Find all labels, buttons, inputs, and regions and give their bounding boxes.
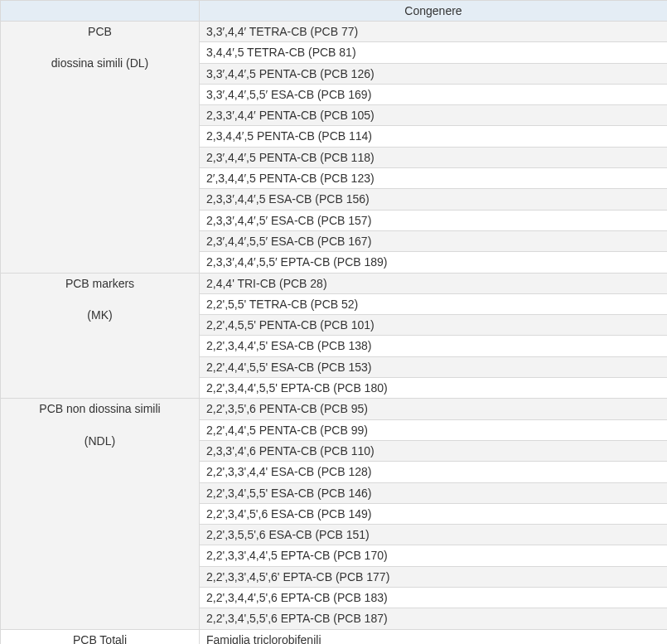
congener-cell: 2,3′,4,4′,5 PENTA-CB (PCB 118) xyxy=(200,147,668,167)
category-label-line1: PCB Totali xyxy=(7,632,192,644)
category-label-line2: diossina simili (DL) xyxy=(7,55,192,71)
congener-cell: 3,3′,4,4′ TETRA-CB (PCB 77) xyxy=(200,22,668,42)
table-row: PCBdiossina simili (DL)3,3′,4,4′ TETRA-C… xyxy=(1,22,668,42)
pcb-table: Congenere PCBdiossina simili (DL)3,3′,4,… xyxy=(0,0,667,644)
congener-cell: 2,2',3,5,5',6 ESA-CB (PCB 151) xyxy=(200,525,668,545)
congener-cell: 2,2',3,5',6 PENTA-CB (PCB 95) xyxy=(200,399,668,419)
congener-cell: 2,2',3,4,4',5' ESA-CB (PCB 138) xyxy=(200,336,668,356)
congener-cell: 2,2',3,4',5,5' ESA-CB (PCB 146) xyxy=(200,482,668,503)
category-label-line2: (NDL) xyxy=(7,433,192,449)
congener-cell: 2,3,3′,4,4′ PENTA-CB (PCB 105) xyxy=(200,105,668,126)
category-cell: PCB Totali xyxy=(1,629,200,644)
congener-cell: 2,3,3′,4,4′,5′ ESA-CB (PCB 157) xyxy=(200,210,668,230)
category-cell: PCB non diossina simili(NDL) xyxy=(1,399,200,629)
congener-cell: 2,2',3,4',5,5',6 EPTA-CB (PCB 187) xyxy=(200,608,668,629)
congener-cell: 2,2',4,4',5 PENTA-CB (PCB 99) xyxy=(200,419,668,440)
table-row: PCB markers(MK)2,4,4' TRI-CB (PCB 28) xyxy=(1,273,668,293)
congener-cell: 2,2',5,5' TETRA-CB (PCB 52) xyxy=(200,293,668,314)
category-label-line1: PCB markers xyxy=(7,275,192,292)
category-label-line2: (MK) xyxy=(7,307,192,323)
congener-cell: 3,3′,4,4′,5 PENTA-CB (PCB 126) xyxy=(200,63,668,84)
category-label-line1: PCB xyxy=(7,23,192,40)
congener-cell: 2,2',4,4',5,5' ESA-CB (PCB 153) xyxy=(200,356,668,377)
congener-cell: 2,2',3,3',4,5',6' EPTA-CB (PCB 177) xyxy=(200,566,668,587)
congener-cell: 2′,3,4,4′,5 PENTA-CB (PCB 123) xyxy=(200,168,668,189)
congener-cell: 2,3,3′,4,4′,5 ESA-CB (PCB 156) xyxy=(200,189,668,210)
congener-cell: 2,2',3,3',4,4' ESA-CB (PCB 128) xyxy=(200,462,668,482)
congener-cell: Famiglia triclorobifenili xyxy=(200,629,668,644)
category-cell: PCBdiossina simili (DL) xyxy=(1,22,200,274)
congener-cell: 2,2',3,4',5',6 ESA-CB (PCB 149) xyxy=(200,503,668,524)
congener-cell: 2,3,3′,4,4′,5,5′ EPTA-CB (PCB 189) xyxy=(200,252,668,273)
congener-cell: 3,4,4′,5 TETRA-CB (PCB 81) xyxy=(200,42,668,63)
table-header-row: Congenere xyxy=(1,1,668,22)
category-label-line1: PCB non diossina simili xyxy=(7,400,192,417)
congener-cell: 2,2',3,3',4,4',5 EPTA-CB (PCB 170) xyxy=(200,545,668,566)
table-row: PCB non diossina simili(NDL)2,2',3,5',6 … xyxy=(1,399,668,419)
congener-cell: 2,2',4,5,5' PENTA-CB (PCB 101) xyxy=(200,315,668,336)
congener-cell: 2,2',3,4,4',5',6 EPTA-CB (PCB 183) xyxy=(200,588,668,608)
col-header-empty xyxy=(1,1,200,22)
congener-cell: 3,3′,4,4′,5,5′ ESA-CB (PCB 169) xyxy=(200,84,668,104)
category-cell: PCB markers(MK) xyxy=(1,273,200,399)
col-header-congenere: Congenere xyxy=(200,1,668,22)
congener-cell: 2,3,3',4',6 PENTA-CB (PCB 110) xyxy=(200,440,668,461)
congener-cell: 2,4,4' TRI-CB (PCB 28) xyxy=(200,273,668,293)
congener-cell: 2,2',3,4,4',5,5' EPTA-CB (PCB 180) xyxy=(200,378,668,399)
table-row: PCB TotaliFamiglia triclorobifenili xyxy=(1,629,668,644)
congener-cell: 2,3,4,4′,5 PENTA-CB (PCB 114) xyxy=(200,126,668,147)
congener-cell: 2,3′,4,4′,5,5′ ESA-CB (PCB 167) xyxy=(200,230,668,251)
